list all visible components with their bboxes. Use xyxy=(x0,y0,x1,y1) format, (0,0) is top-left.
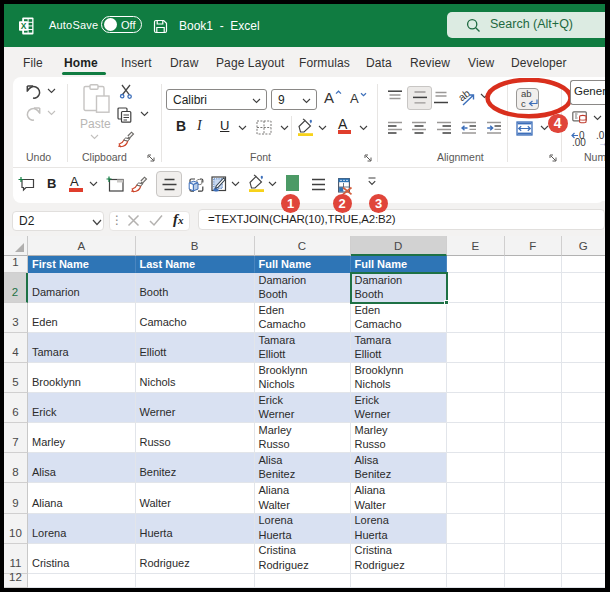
svg-text:X: X xyxy=(21,21,27,31)
